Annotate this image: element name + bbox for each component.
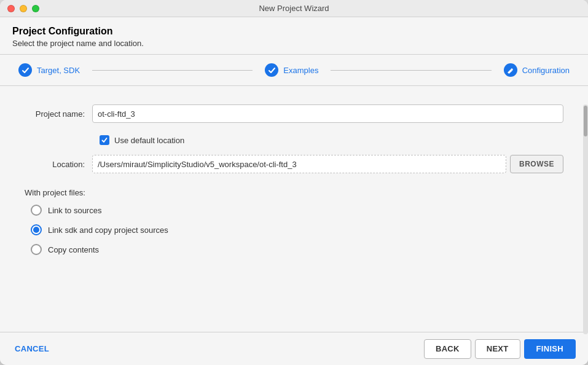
project-name-row: Project name: bbox=[25, 104, 563, 123]
page-subtitle: Select the project name and location. bbox=[12, 39, 576, 48]
close-button[interactable] bbox=[7, 5, 15, 12]
scrollbar[interactable] bbox=[583, 104, 588, 334]
footer-right-buttons: BACK NEXT FINISH bbox=[424, 339, 576, 359]
back-button[interactable]: BACK bbox=[424, 339, 471, 359]
steps-bar: Target, SDK Examples Configuration bbox=[0, 55, 588, 86]
cancel-button[interactable]: CANCEL bbox=[12, 340, 52, 357]
page-title: Project Configuration bbox=[12, 26, 576, 37]
step-configuration-icon bbox=[504, 63, 517, 77]
maximize-button[interactable] bbox=[32, 5, 39, 12]
radio-copy-contents-label: Copy contents bbox=[48, 245, 99, 254]
step-target-sdk-label: Target, SDK bbox=[37, 66, 80, 75]
location-label: Location: bbox=[25, 160, 92, 169]
traffic-lights bbox=[7, 5, 39, 12]
finish-button[interactable]: FINISH bbox=[524, 339, 576, 359]
radio-copy-contents[interactable]: Copy contents bbox=[31, 244, 563, 255]
browse-button[interactable]: BROWSE bbox=[510, 155, 563, 173]
use-default-location-checkbox[interactable] bbox=[100, 135, 109, 145]
radio-copy-contents-button[interactable] bbox=[31, 244, 42, 255]
edit-icon bbox=[506, 66, 514, 74]
radio-link-sdk-copy-label: Link sdk and copy project sources bbox=[48, 226, 168, 235]
project-name-input[interactable] bbox=[92, 104, 563, 123]
radio-link-sources-button[interactable] bbox=[31, 205, 42, 216]
wizard-window: New Project Wizard Project Configuration… bbox=[0, 0, 588, 365]
project-name-label: Project name: bbox=[25, 109, 92, 119]
radio-link-sdk-copy-inner bbox=[33, 227, 39, 233]
step-target-sdk: Target, SDK bbox=[18, 63, 80, 77]
next-button[interactable]: NEXT bbox=[475, 339, 520, 359]
checkmark-icon bbox=[22, 66, 29, 74]
use-default-location-label: Use default location bbox=[114, 136, 184, 145]
checkbox-checkmark-icon bbox=[101, 137, 108, 143]
main-content: Project name: Use default location Locat… bbox=[0, 86, 588, 332]
location-row: Location: BROWSE bbox=[25, 155, 563, 173]
radio-group: Link to sources Link sdk and copy projec… bbox=[31, 205, 563, 255]
use-default-location-checkbox-wrapper[interactable]: Use default location bbox=[100, 135, 184, 145]
title-bar: New Project Wizard bbox=[0, 0, 588, 17]
radio-link-sources[interactable]: Link to sources bbox=[31, 205, 563, 216]
page-header: Project Configuration Select the project… bbox=[0, 17, 588, 55]
step-configuration-label: Configuration bbox=[522, 66, 570, 75]
minimize-button[interactable] bbox=[20, 5, 27, 12]
step-target-sdk-icon bbox=[18, 63, 32, 77]
checkmark-icon-2 bbox=[268, 66, 276, 74]
footer: CANCEL BACK NEXT FINISH bbox=[0, 332, 588, 365]
step-examples: Examples bbox=[265, 63, 318, 77]
step-examples-label: Examples bbox=[283, 66, 318, 75]
project-files-section: With project files: Link to sources Link… bbox=[25, 188, 563, 255]
use-default-location-row: Use default location bbox=[100, 135, 563, 145]
project-files-label: With project files: bbox=[25, 188, 563, 197]
step-divider-2 bbox=[331, 70, 491, 71]
step-configuration: Configuration bbox=[504, 63, 570, 77]
radio-link-sdk-copy-button[interactable] bbox=[31, 224, 42, 235]
scroll-thumb[interactable] bbox=[584, 106, 587, 136]
location-input[interactable] bbox=[92, 155, 506, 173]
step-divider-1 bbox=[92, 70, 253, 71]
radio-link-sdk-copy[interactable]: Link sdk and copy project sources bbox=[31, 224, 563, 235]
window-title: New Project Wizard bbox=[259, 4, 329, 13]
step-examples-icon bbox=[265, 63, 278, 77]
radio-link-sources-label: Link to sources bbox=[48, 206, 101, 215]
